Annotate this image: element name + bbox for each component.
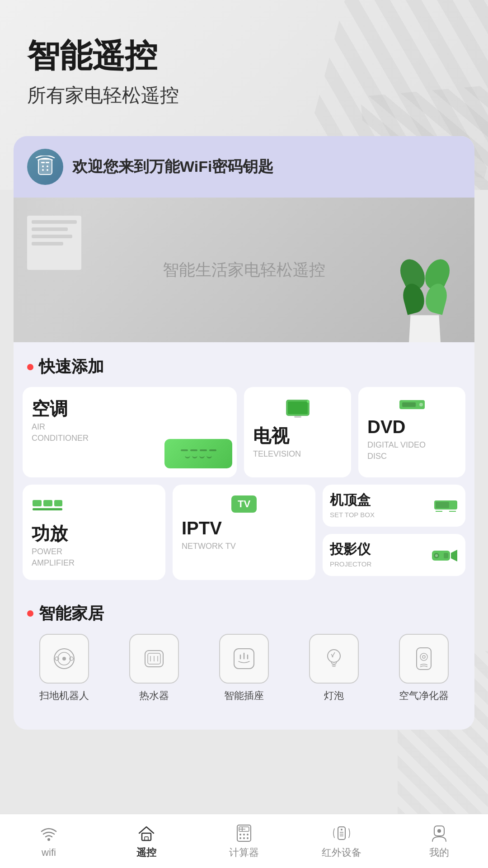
main-card: 欢迎您来到万能WiFi密码钥匙 智能生活家电轻松遥控	[14, 136, 474, 729]
device-row-1: 空调 AIRCONDITIONER	[14, 387, 474, 477]
purifier-label: 空气净化器	[399, 689, 449, 703]
amplifier-name-en: POWERAMPLIFIER	[32, 546, 156, 569]
calculator-nav-icon	[234, 823, 254, 843]
projector-name-zh: 投影仪	[330, 541, 371, 557]
tv-icon	[253, 398, 342, 420]
svg-rect-10	[294, 416, 301, 418]
smart-device-purifier[interactable]: 空气净化器	[383, 634, 465, 703]
ac-icon	[164, 439, 232, 468]
nav-item-profile[interactable]: 我的	[390, 814, 488, 868]
nav-item-calculator[interactable]: 计算器	[195, 814, 293, 868]
wifi-nav-icon	[39, 824, 59, 844]
quick-add-section-header: 快速添加	[14, 342, 474, 387]
page-title: 智能遥控	[27, 36, 461, 75]
svg-point-30	[70, 657, 73, 660]
profile-nav-icon	[429, 823, 449, 843]
settopbox-content: 机顶盒 SET TOP BOX	[330, 492, 458, 519]
robot-label: 扫地机器人	[39, 689, 89, 703]
settopbox-icon	[433, 497, 458, 515]
svg-rect-1	[41, 162, 45, 163]
amplifier-icon	[32, 495, 156, 518]
iptv-name-zh: IPTV	[182, 517, 306, 539]
header-section: 智能遥控 所有家电轻松遥控	[0, 0, 488, 123]
device-card-tv[interactable]: 电视 TELEVISION	[244, 387, 351, 477]
home-nav-icon	[136, 823, 156, 843]
profile-nav-label: 我的	[429, 846, 449, 859]
svg-rect-25	[444, 553, 448, 558]
device-card-dvd[interactable]: DVD DIGITAL VIDEODISC	[358, 387, 465, 477]
svg-point-53	[247, 837, 249, 839]
svg-point-9	[307, 400, 310, 403]
bulb-label: 灯泡	[324, 689, 344, 703]
remote-nav-label: 遥控	[136, 846, 156, 859]
page-subtitle: 所有家电轻松遥控	[27, 82, 461, 109]
dvd-name-zh: DVD	[367, 416, 456, 438]
calculator-nav-label: 计算器	[229, 846, 259, 859]
device-card-amplifier[interactable]: 功放 POWERAMPLIFIER	[23, 485, 165, 580]
svg-point-29	[55, 657, 59, 660]
welcome-banner: 欢迎您来到万能WiFi密码钥匙	[14, 136, 474, 198]
dvd-icon	[367, 398, 456, 411]
shelves-decoration	[27, 216, 81, 270]
smart-device-heater[interactable]: 热水器	[113, 634, 195, 703]
nav-item-ir[interactable]: 红外设备	[293, 814, 390, 868]
bottom-navigation: wifi 遥控	[0, 814, 488, 868]
amplifier-name-zh: 功放	[32, 523, 156, 544]
svg-point-41	[420, 653, 427, 660]
heater-icon	[129, 634, 179, 684]
smart-device-robot[interactable]: 扫地机器人	[23, 634, 105, 703]
heater-label: 热水器	[139, 689, 169, 703]
ir-nav-icon	[332, 823, 352, 843]
svg-rect-0	[38, 159, 52, 175]
svg-point-3	[42, 165, 44, 167]
promo-text: 智能生活家电轻松遥控	[163, 259, 325, 281]
tv-name-en: TELEVISION	[253, 448, 342, 460]
device-card-iptv[interactable]: TV IPTV NETWORK TV	[173, 485, 315, 580]
socket-label: 智能插座	[224, 689, 264, 703]
svg-point-50	[247, 834, 249, 835]
svg-point-62	[437, 829, 441, 833]
svg-point-52	[243, 837, 245, 839]
device-card-ac[interactable]: 空调 AIRCONDITIONER	[23, 387, 237, 477]
svg-rect-2	[46, 162, 49, 163]
svg-point-57	[341, 829, 343, 830]
svg-rect-15	[43, 500, 52, 506]
quick-add-title: 快速添加	[39, 356, 104, 378]
smart-home-grid: 扫地机器人 热水器	[14, 634, 474, 703]
svg-point-51	[239, 837, 241, 839]
quick-add-dot	[27, 364, 33, 370]
plant-decoration	[398, 259, 452, 342]
svg-point-6	[47, 169, 48, 171]
svg-rect-17	[33, 508, 62, 510]
device-row-2: 功放 POWERAMPLIFIER TV IPTV NETWORK TV 机顶盒	[14, 485, 474, 580]
ac-name-zh: 空调	[32, 398, 228, 420]
smart-home-title: 智能家居	[39, 603, 104, 625]
ir-nav-label: 红外设备	[322, 846, 361, 859]
device-card-settopbox[interactable]: 机顶盒 SET TOP BOX	[323, 485, 465, 527]
tv-name-zh: 电视	[253, 425, 342, 447]
smart-device-bulb[interactable]: 灯泡	[293, 634, 375, 703]
projector-content: 投影仪 PROJECTOR	[330, 541, 458, 569]
nav-item-wifi[interactable]: wifi	[0, 814, 98, 868]
nav-item-remote[interactable]: 遥控	[98, 814, 195, 868]
svg-rect-12	[402, 402, 416, 407]
projector-name-en: PROJECTOR	[330, 559, 371, 569]
svg-rect-8	[288, 401, 308, 414]
promo-image: 智能生活家电轻松遥控	[14, 198, 474, 342]
device-card-projector[interactable]: 投影仪 PROJECTOR	[323, 534, 465, 576]
robot-icon	[39, 634, 89, 684]
dvd-name-en: DIGITAL VIDEODISC	[367, 439, 456, 462]
socket-icon	[219, 634, 269, 684]
svg-rect-14	[33, 500, 42, 506]
svg-point-49	[243, 834, 245, 835]
svg-rect-40	[417, 648, 431, 670]
welcome-text: 欢迎您来到万能WiFi密码钥匙	[72, 156, 273, 177]
svg-point-5	[42, 169, 44, 171]
bulb-icon	[309, 634, 359, 684]
svg-point-37	[328, 650, 340, 662]
smart-device-socket[interactable]: 智能插座	[202, 634, 285, 703]
svg-rect-19	[436, 502, 449, 508]
smart-home-section-header: 智能家居	[14, 589, 474, 634]
purifier-icon	[399, 634, 449, 684]
svg-point-4	[47, 165, 48, 167]
